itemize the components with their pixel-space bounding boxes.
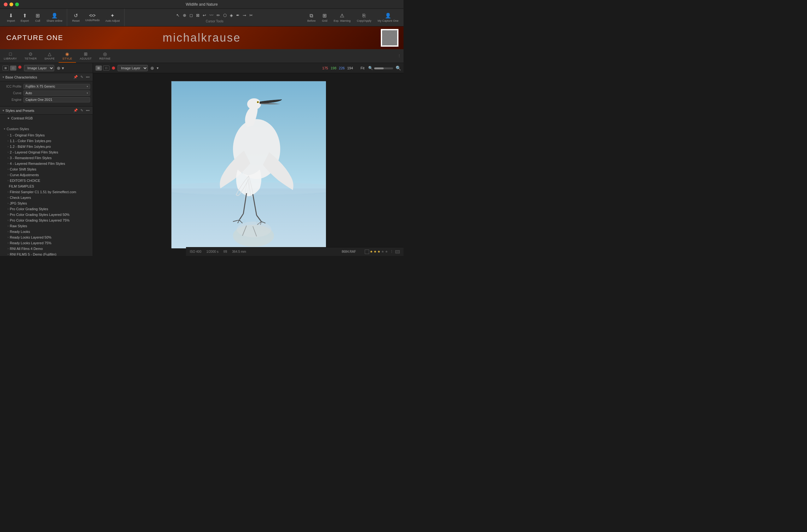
layer-icon-2[interactable]: □	[10, 65, 16, 71]
item-14-chevron: ›	[7, 213, 8, 216]
curve-value[interactable]: Auto ▾	[23, 91, 90, 96]
image-area: ⊞ □ Image Layer ⊕ ▾ 175 198 226 194 Fit …	[93, 63, 404, 256]
cursor-tools-group: ↖ ⊕ ◻ ⊠ ↩ 〰 ✏ ⬡ ◈ ✒ ⊸ ✂ Cursor Tools	[125, 12, 304, 23]
contrast-rgb-item[interactable]: ■ Contrast RGB	[0, 115, 93, 122]
list-item-19[interactable]: › Ready Looks Layered 75%	[0, 240, 93, 246]
auto-adjust-button[interactable]: ✦ Auto Adjust	[103, 11, 122, 24]
base-characteristics-header[interactable]: ▾ Base Characteristics 📌 ✎ •••	[0, 73, 93, 81]
item-1-chevron: ›	[7, 139, 8, 142]
list-item-0[interactable]: › 1 - Original Film Styles	[0, 132, 93, 138]
film-samples-item[interactable]: FILM SAMPLES	[0, 184, 93, 189]
reset-button[interactable]: ↺ Reset	[70, 11, 82, 24]
my-capture-one-button[interactable]: 👤 My Capture One	[375, 11, 401, 24]
before-button[interactable]: ⧉ Before	[305, 12, 318, 24]
list-item-17[interactable]: › Ready Looks	[0, 229, 93, 234]
list-item-20[interactable]: › RNI All Films 4 Demo	[0, 246, 93, 251]
cursor-tool-5[interactable]: ↩	[202, 12, 207, 18]
cursor-tool-3[interactable]: ◻	[189, 12, 193, 18]
cull-button[interactable]: ⊞ Cull	[32, 11, 43, 24]
export-button[interactable]: ⬆ Export	[18, 11, 32, 24]
zoom-out-icon[interactable]: 🔍	[368, 66, 373, 70]
list-item-11[interactable]: › Check Layers	[0, 195, 93, 201]
styles-pin[interactable]: 📌	[73, 109, 78, 113]
base-char-more[interactable]: •••	[85, 75, 90, 79]
styles-more[interactable]: •••	[85, 109, 90, 113]
layer-icon-1[interactable]: ⊞	[2, 65, 9, 71]
styles-presets-header[interactable]: ▾ Styles and Presets 📌 ✎ •••	[0, 107, 93, 115]
cursor-tool-4[interactable]: ⊠	[195, 12, 200, 18]
cursor-tool-10[interactable]: ✒	[236, 12, 240, 18]
panel-dots[interactable]: ⋮	[397, 54, 401, 58]
zoom-slider[interactable]	[374, 68, 393, 69]
list-item-16[interactable]: › Raw Styles	[0, 223, 93, 229]
list-item-21[interactable]: › RNI FILMS 5 - Demo (Fujifilm)	[0, 251, 93, 256]
list-item-10[interactable]: › Filmist Sampler C1 1.51 by Seimeffect.…	[0, 189, 93, 195]
star-4[interactable]: ★	[381, 250, 384, 254]
list-item-7[interactable]: › Curve Adjustments	[0, 172, 93, 178]
list-item-13[interactable]: › Pro Color Grading Styles	[0, 206, 93, 212]
cursor-tool-12[interactable]: ✂	[249, 12, 254, 18]
import-button[interactable]: ⬇ Import	[4, 11, 18, 24]
image-layer-select[interactable]: Image Layer	[24, 65, 54, 71]
filename: 8684.RAF	[342, 250, 356, 253]
list-item-14[interactable]: › Pro Color Grading Styles Layered 50%	[0, 212, 93, 217]
list-item-8[interactable]: › EDITOR'S CHOICE	[0, 178, 93, 184]
styles-edit[interactable]: ✎	[80, 109, 84, 113]
cursor-tool-7[interactable]: ✏	[216, 12, 221, 18]
view-options[interactable]	[395, 250, 400, 253]
cursor-tool-11[interactable]: ⊸	[242, 12, 247, 18]
list-item-5[interactable]: › 4 - Layered Remastered Film Styles	[0, 161, 93, 166]
tab-tether[interactable]: ⊙ TETHER	[21, 49, 41, 63]
list-item-12[interactable]: › JPG Styles	[0, 201, 93, 206]
share-label: Share online	[46, 19, 63, 22]
style-label: STYLE	[62, 57, 72, 60]
title-bar: Wildlife and Nature	[0, 0, 404, 9]
cursor-tool-2[interactable]: ⊕	[182, 12, 187, 18]
tab-style[interactable]: ◉ STYLE	[59, 49, 76, 63]
cursor-tool-1[interactable]: ↖	[175, 12, 180, 18]
star-2[interactable]: ★	[374, 250, 377, 254]
tab-library[interactable]: □ LIBRARY	[0, 49, 21, 63]
tab-adjust[interactable]: ⊞ ADJUST	[76, 49, 95, 63]
style-icon: ◉	[65, 51, 69, 56]
minimize-button[interactable]	[10, 2, 13, 6]
single-view-icon[interactable]: □	[103, 65, 109, 71]
undo-redo-button[interactable]: ⟲⟳ Undo/Redo	[83, 12, 102, 23]
cursor-tool-8[interactable]: ⬡	[223, 12, 227, 18]
tab-refine[interactable]: ◎ REFINE	[95, 49, 114, 63]
cursor-tool-6[interactable]: 〰	[209, 12, 214, 18]
grid-button[interactable]: ⊞ Grid	[319, 11, 330, 24]
fit-label: Fit	[361, 66, 364, 70]
layer-add-button[interactable]: ⊕ ▾	[57, 65, 64, 71]
tab-shape[interactable]: △ SHAPE	[41, 49, 59, 63]
add-layer-button[interactable]: ⊕	[150, 65, 154, 71]
list-item-18[interactable]: › Ready Looks Layered 50%	[0, 234, 93, 240]
maximize-button[interactable]	[15, 2, 19, 6]
list-item-4[interactable]: › 3 - Remastered Film Styles	[0, 155, 93, 161]
base-char-edit[interactable]: ✎	[80, 75, 84, 79]
close-button[interactable]	[4, 2, 7, 6]
list-item-6[interactable]: › Color Shift Styles	[0, 166, 93, 172]
icc-profile-value[interactable]: Fujifilm X-T5 Generic ▾	[23, 84, 90, 89]
exp-warning-button[interactable]: ⚠ Exp. Warning	[331, 11, 353, 24]
curve-label: Curve	[2, 91, 21, 95]
search-button[interactable]: 🔍	[396, 65, 401, 71]
list-item-2[interactable]: › 1.2 - B&W Film 1styles.pro	[0, 144, 93, 149]
star-1[interactable]: ★	[370, 250, 373, 254]
base-char-pin[interactable]: 📌	[73, 75, 78, 79]
star-5[interactable]: ★	[385, 250, 388, 254]
item-7-chevron: ›	[7, 173, 8, 176]
share-online-button[interactable]: 👤 Share online	[44, 11, 65, 24]
cursor-tool-9[interactable]: ◈	[229, 12, 233, 18]
layer-menu-button[interactable]: ▾	[157, 66, 158, 70]
color-label-box[interactable]	[365, 250, 369, 254]
list-item-1[interactable]: › 1.1 - Color Film 1styles.pro	[0, 138, 93, 144]
image-layer-dropdown[interactable]: Image Layer	[117, 65, 148, 71]
star-3[interactable]: ★	[377, 250, 380, 254]
custom-styles-group[interactable]: ▾ Custom Styles	[0, 126, 93, 132]
copy-apply-button[interactable]: ⎘ Copy/Apply	[354, 12, 374, 24]
grid-view-icon[interactable]: ⊞	[95, 65, 102, 71]
list-item-15[interactable]: › Pro Color Grading Styles Layered 75%	[0, 217, 93, 223]
icc-profile-chevron: ▾	[87, 85, 88, 88]
list-item-3[interactable]: › 2 - Layered Original Film Styles	[0, 149, 93, 155]
